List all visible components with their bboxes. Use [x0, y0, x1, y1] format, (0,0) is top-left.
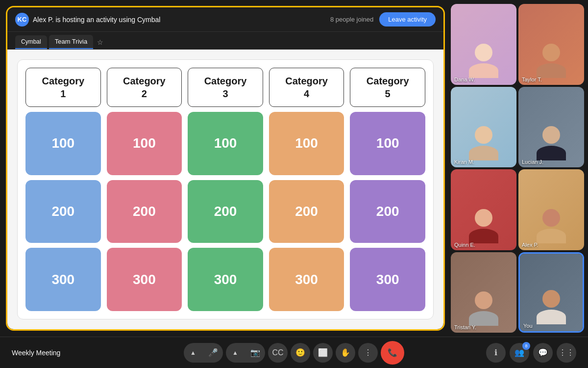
- score-tile-3-200[interactable]: 200: [188, 180, 263, 243]
- activities-button[interactable]: ⋮⋮: [557, 343, 576, 363]
- activity-container: KC Alex P. is hosting an activity using …: [6, 6, 445, 331]
- score-tile-2-200[interactable]: 200: [107, 180, 182, 243]
- category-col-1: Category1 100 200 300: [25, 68, 101, 311]
- tab-cymbal[interactable]: Cymbal: [15, 35, 47, 49]
- score-tile-2-300[interactable]: 300: [107, 248, 182, 311]
- participant-tile-kiran: Kiran M.: [451, 87, 516, 168]
- emoji-button[interactable]: 🙂: [291, 343, 310, 363]
- toolbar-right: ℹ 👥 8 💬 ⋮⋮: [435, 343, 576, 363]
- participant-name-kiran: Kiran M.: [454, 159, 474, 165]
- score-tile-1-300[interactable]: 300: [25, 248, 101, 311]
- score-tile-5-300[interactable]: 300: [350, 248, 425, 311]
- mic-chevron-button[interactable]: ▲: [184, 343, 203, 363]
- category-col-2: Category2 100 200 300: [107, 68, 182, 311]
- header-left: KC Alex P. is hosting an activity using …: [15, 13, 160, 26]
- camera-control-group: ▲ 📷: [226, 343, 265, 363]
- category-header-1: Category1: [25, 68, 101, 107]
- screen-share-button[interactable]: ⬜: [313, 343, 333, 363]
- score-tile-4-100[interactable]: 100: [269, 112, 344, 175]
- category-col-3: Category3 100 200 300: [188, 68, 263, 311]
- mic-control-group: ▲ 🎤: [184, 343, 223, 363]
- score-tile-1-200[interactable]: 200: [25, 180, 101, 243]
- participant-tile-you: You: [518, 252, 584, 333]
- raise-hand-button[interactable]: ✋: [336, 343, 355, 363]
- mic-button[interactable]: 🎤: [203, 343, 223, 363]
- people-count: 8 people joined: [330, 16, 373, 23]
- cymbal-logo-icon: KC: [15, 13, 29, 26]
- score-tile-5-100[interactable]: 100: [350, 112, 425, 175]
- participant-tile-lucian: Lucian J.: [518, 87, 584, 168]
- info-button[interactable]: ℹ: [486, 343, 506, 363]
- end-call-button[interactable]: 📞: [381, 341, 404, 365]
- participant-name-tristan: Tristan Y.: [454, 324, 476, 330]
- score-tile-3-300[interactable]: 300: [188, 248, 263, 311]
- participants-panel: Dana W. Taylor T. Kiran M.: [451, 0, 588, 337]
- participant-name-quinn: Quinn E.: [454, 242, 475, 248]
- participant-tile-dana: Dana W.: [451, 4, 516, 85]
- participant-tile-alex: Alex P.: [518, 169, 584, 250]
- game-board: Category1 100 200 300 Category2 100 200 …: [7, 50, 443, 329]
- toolbar-controls: ▲ 🎤 ▲ 📷 CC 🙂 ⬜ ✋ ⋮ 📞: [153, 341, 435, 365]
- participant-name-taylor: Taylor T.: [522, 77, 542, 82]
- category-header-5: Category5: [350, 68, 425, 107]
- participant-name-you: You: [523, 323, 533, 329]
- participants-button[interactable]: 👥 8: [510, 343, 529, 363]
- participant-tile-taylor: Taylor T.: [518, 4, 584, 85]
- category-header-4: Category4: [269, 68, 344, 107]
- activity-title: Alex P. is hosting an activity using Cym…: [33, 16, 160, 24]
- score-tile-4-200[interactable]: 200: [269, 180, 344, 243]
- activity-tabs: Cymbal Team Trivia ☆: [7, 32, 443, 50]
- activity-header: KC Alex P. is hosting an activity using …: [7, 7, 443, 32]
- board-inner: Category1 100 200 300 Category2 100 200 …: [17, 59, 434, 319]
- participant-tile-quinn: Quinn E.: [451, 169, 516, 250]
- chat-button[interactable]: 💬: [533, 343, 553, 363]
- participant-name-dana: Dana W.: [454, 77, 475, 82]
- participant-name-lucian: Lucian J.: [522, 159, 543, 165]
- leave-activity-button[interactable]: Leave activity: [379, 12, 436, 26]
- score-tile-3-100[interactable]: 100: [188, 112, 263, 175]
- category-col-4: Category4 100 200 300: [269, 68, 344, 311]
- bottom-toolbar: Weekly Meeting ▲ 🎤 ▲ 📷 CC 🙂 ⬜ ✋ ⋮ 📞 ℹ 👥 …: [0, 337, 588, 368]
- tab-team-trivia[interactable]: Team Trivia: [49, 35, 93, 49]
- camera-button[interactable]: 📷: [245, 343, 265, 363]
- captions-button[interactable]: CC: [268, 343, 288, 363]
- category-header-3: Category3: [188, 68, 263, 107]
- activity-panel: KC Alex P. is hosting an activity using …: [0, 0, 451, 337]
- category-col-5: Category5 100 200 300: [350, 68, 425, 311]
- camera-chevron-button[interactable]: ▲: [226, 343, 245, 363]
- score-tile-5-200[interactable]: 200: [350, 180, 425, 243]
- participants-badge: 8: [522, 342, 530, 350]
- score-tile-2-100[interactable]: 100: [107, 112, 182, 175]
- meeting-name: Weekly Meeting: [12, 349, 153, 357]
- score-tile-4-300[interactable]: 300: [269, 248, 344, 311]
- participant-tile-tristan: Tristan Y.: [451, 252, 516, 333]
- star-icon[interactable]: ☆: [95, 38, 105, 46]
- participant-name-alex: Alex P.: [522, 242, 538, 248]
- category-header-2: Category2: [107, 68, 182, 107]
- score-tile-1-100[interactable]: 100: [25, 112, 101, 175]
- header-right: 8 people joined Leave activity: [330, 12, 436, 26]
- more-options-button[interactable]: ⋮: [358, 343, 378, 363]
